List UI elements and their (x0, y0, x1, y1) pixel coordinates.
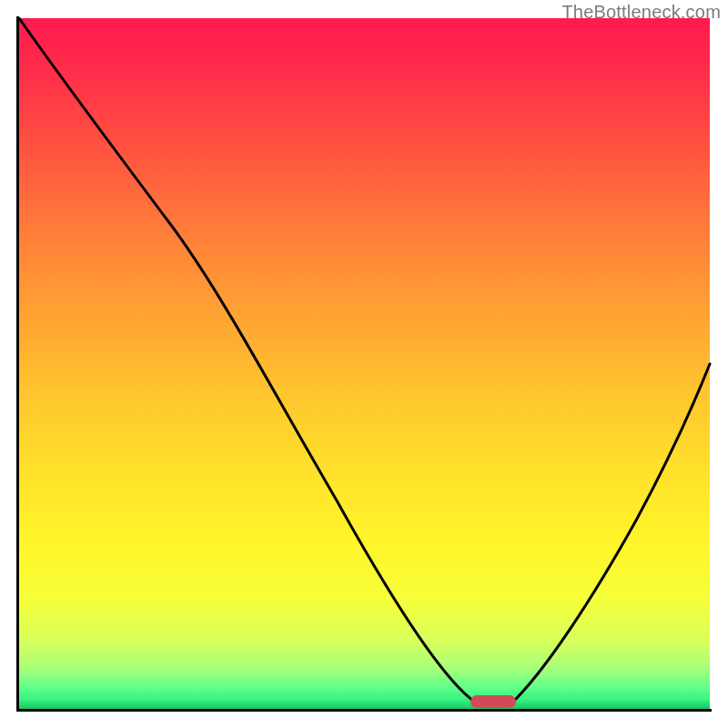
bottleneck-curve-path (19, 18, 710, 701)
x-axis (16, 709, 712, 712)
bottleneck-chart: TheBottleneck.com (0, 0, 728, 728)
curve-svg (0, 0, 728, 728)
watermark-text: TheBottleneck.com (561, 2, 721, 23)
y-axis (16, 16, 19, 712)
optimal-range-marker (470, 695, 516, 708)
